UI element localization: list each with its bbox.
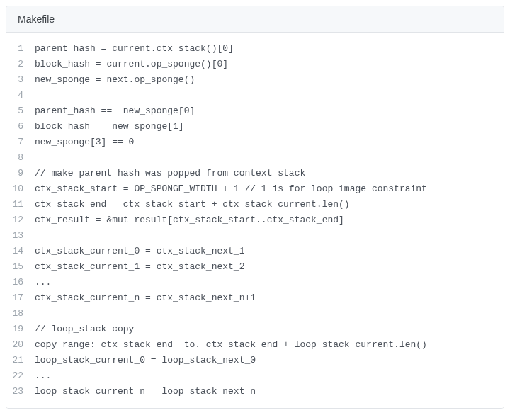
line-content: ... <box>35 368 62 384</box>
line-content: // loop_stack copy <box>35 322 145 337</box>
line-number: 5 <box>6 103 35 119</box>
code-block: Makefile 1 parent_hash = current.ctx_sta… <box>6 6 504 409</box>
line-content: ctx_stack_start = OP_SPONGE_WIDTH + 1 //… <box>35 181 438 197</box>
line-content: ctx_stack_current_n = ctx_stack_next_n+1 <box>35 290 267 306</box>
code-line: 3 new_sponge = next.op_sponge() <box>6 72 504 88</box>
line-number: 17 <box>6 290 35 306</box>
line-number: 14 <box>6 244 35 259</box>
code-line: 2 block_hash = current.op_sponge()[0] <box>6 57 504 72</box>
line-number: 20 <box>6 337 35 353</box>
line-number: 6 <box>6 119 35 135</box>
line-number: 7 <box>6 135 35 150</box>
line-number: 3 <box>6 72 35 88</box>
code-line: 21 loop_stack_current_0 = loop_stack_nex… <box>6 353 504 368</box>
code-line: 20 copy range: ctx_stack_end to. ctx_sta… <box>6 337 504 353</box>
line-content: block_hash == new_sponge[1] <box>35 119 196 135</box>
code-line: 7 new_sponge[3] == 0 <box>6 135 504 150</box>
code-line: 4 <box>6 88 504 103</box>
line-content: new_sponge = next.op_sponge() <box>35 72 206 88</box>
line-number: 12 <box>6 212 35 228</box>
code-line: 19 // loop_stack copy <box>6 322 504 337</box>
line-number: 22 <box>6 368 35 384</box>
line-number: 9 <box>6 166 35 181</box>
line-content: new_sponge[3] == 0 <box>35 135 145 150</box>
line-number: 4 <box>6 88 35 103</box>
line-number: 2 <box>6 57 35 72</box>
line-number: 21 <box>6 353 35 368</box>
line-number: 10 <box>6 181 35 197</box>
line-content: block_hash = current.op_sponge()[0] <box>35 57 239 72</box>
line-content: ctx_stack_current_0 = ctx_stack_next_1 <box>35 244 256 259</box>
code-line: 8 <box>6 150 504 166</box>
code-language-label: Makefile <box>18 13 55 25</box>
line-number: 13 <box>6 228 35 244</box>
code-line: 6 block_hash == new_sponge[1] <box>6 119 504 135</box>
line-number: 11 <box>6 197 35 212</box>
line-number: 15 <box>6 259 35 275</box>
code-line: 5 parent_hash == new_sponge[0] <box>6 103 504 119</box>
code-line: 13 <box>6 228 504 244</box>
code-line: 16 ... <box>6 275 504 290</box>
code-line: 11 ctx_stack_end = ctx_stack_start + ctx… <box>6 197 504 212</box>
line-number: 18 <box>6 306 35 322</box>
line-number: 23 <box>6 384 35 399</box>
code-header: Makefile <box>6 6 504 33</box>
line-content: parent_hash = current.ctx_stack()[0] <box>35 41 245 57</box>
line-number: 16 <box>6 275 35 290</box>
line-number: 19 <box>6 322 35 337</box>
line-number: 1 <box>6 41 35 57</box>
line-content: // make parent hash was popped from cont… <box>35 166 317 181</box>
line-number: 8 <box>6 150 35 166</box>
code-line: 10 ctx_stack_start = OP_SPONGE_WIDTH + 1… <box>6 181 504 197</box>
line-content: loop_stack_current_0 = loop_stack_next_0 <box>35 353 267 368</box>
code-line: 9 // make parent hash was popped from co… <box>6 166 504 181</box>
code-line: 15 ctx_stack_current_1 = ctx_stack_next_… <box>6 259 504 275</box>
code-line: 22 ... <box>6 368 504 384</box>
code-body: 1 parent_hash = current.ctx_stack()[0] 2… <box>6 33 504 408</box>
code-line: 14 ctx_stack_current_0 = ctx_stack_next_… <box>6 244 504 259</box>
line-content: parent_hash == new_sponge[0] <box>35 103 206 119</box>
code-line: 12 ctx_result = &mut result[ctx_stack_st… <box>6 212 504 228</box>
code-line: 17 ctx_stack_current_n = ctx_stack_next_… <box>6 290 504 306</box>
code-line: 23 loop_stack_current_n = loop_stack_nex… <box>6 384 504 399</box>
code-line: 1 parent_hash = current.ctx_stack()[0] <box>6 41 504 57</box>
line-content: ctx_stack_end = ctx_stack_start + ctx_st… <box>35 197 361 212</box>
code-line: 18 <box>6 306 504 322</box>
line-content: loop_stack_current_n = loop_stack_next_n <box>35 384 267 399</box>
line-content: ... <box>35 275 62 290</box>
line-content: ctx_result = &mut result[ctx_stack_start… <box>35 212 356 228</box>
line-content: copy range: ctx_stack_end to. ctx_stack_… <box>35 337 438 353</box>
line-content: ctx_stack_current_1 = ctx_stack_next_2 <box>35 259 256 275</box>
